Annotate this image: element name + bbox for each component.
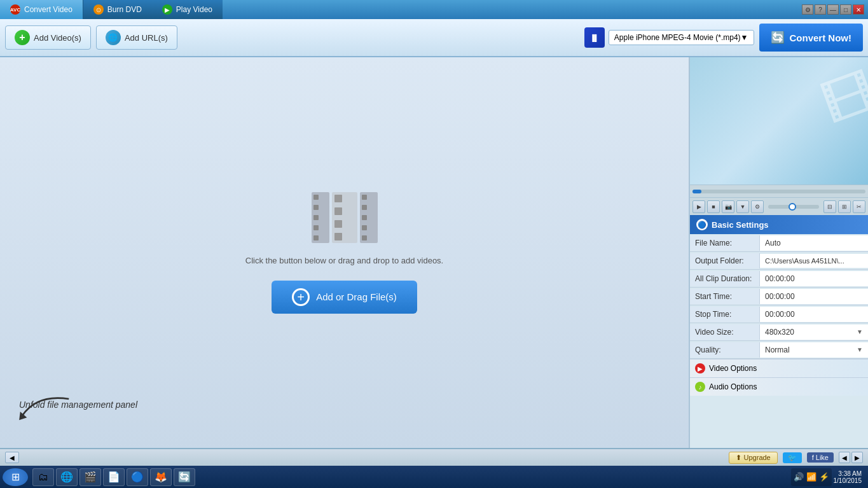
size-label: Video Size: <box>690 324 760 340</box>
add-drag-button[interactable]: + Add or Drag File(s) <box>272 281 417 314</box>
progress-fill <box>692 190 701 193</box>
taskbar: ⊞ 🗂 🌐 🎬 📄 🔵 🦊 🔄 🔊 📶 ⚡ 3:38 AM 1/10/2015 <box>0 466 868 488</box>
add-video-button[interactable]: + Add Video(s) <box>5 25 91 50</box>
main-area: Click the button below or drag and drop … <box>0 57 868 448</box>
film-hole <box>362 205 367 210</box>
nav-next[interactable]: ▶ <box>851 452 863 463</box>
duration-value: 00:00:00 <box>760 271 868 286</box>
taskbar-pdf[interactable]: 📄 <box>103 468 125 486</box>
facebook-icon: f <box>812 454 814 461</box>
format-dropdown-arrow: ▼ <box>741 33 748 42</box>
output-value[interactable]: C:\Users\Asus A451LN\... <box>760 254 868 268</box>
add-drag-label: Add or Drag File(s) <box>316 291 397 302</box>
video-drop-area[interactable]: Click the button below or drag and drop … <box>0 57 690 448</box>
settings-row-output: Output Folder: C:\Users\Asus A451LN\... <box>690 252 868 270</box>
taskbar-media[interactable]: 🎬 <box>79 468 101 486</box>
settings-header: 🔵 Basic Settings <box>690 215 868 234</box>
tab-play[interactable]: ▶ Play Video <box>152 0 223 19</box>
format-selector: ▐▌ Apple iPhone MPEG-4 Movie (*.mp4) ▼ <box>584 27 754 48</box>
add-video-icon: + <box>15 30 30 45</box>
film-hole <box>362 215 367 220</box>
play-tab-icon: ▶ <box>162 4 172 15</box>
taskbar-tray: 🔊 📶 ⚡ <box>791 468 832 486</box>
upgrade-icon: ⬆ <box>736 454 741 462</box>
media-controls: ▶ ■ 📷 ▼ ⚙ ⊟ ⊞ ✂ <box>690 197 868 215</box>
settings-row-size: Video Size: 480x320 ▼ <box>690 323 868 341</box>
audio-options-icon: ♪ <box>695 382 705 392</box>
clock-date: 1/10/2015 <box>834 477 862 484</box>
film-hole <box>362 225 367 230</box>
film-hole-mid <box>334 233 342 241</box>
zoom-in-button[interactable]: ⊞ <box>838 200 851 213</box>
stop-label: Stop Time: <box>690 307 760 322</box>
add-url-button[interactable]: 🌐 Add URL(s) <box>96 25 177 50</box>
taskbar-explorer[interactable]: 🗂 <box>32 468 54 486</box>
status-left-button[interactable]: ◀ <box>5 452 19 463</box>
duration-label: All Clip Duration: <box>690 271 760 286</box>
settings-row-stop: Stop Time: 00:00:00 <box>690 305 868 323</box>
settings-row-start: Start Time: 00:00:00 <box>690 288 868 305</box>
close-button[interactable]: ✕ <box>853 4 864 15</box>
filename-label: File Name: <box>690 235 760 251</box>
film-hole <box>313 215 319 220</box>
taskbar-app2[interactable]: 🔄 <box>174 468 195 486</box>
taskbar-app1[interactable]: 🔵 <box>127 468 148 486</box>
volume-button[interactable]: ▼ <box>736 200 749 213</box>
plus-icon: + <box>292 288 310 306</box>
settings2-button[interactable]: ⚙ <box>751 200 764 213</box>
quality-label: Quality: <box>690 342 760 358</box>
add-url-icon: 🌐 <box>106 30 121 45</box>
size-dropdown[interactable]: 480x320 ▼ <box>760 324 868 340</box>
convert-icon: 🔄 <box>771 31 785 45</box>
stop-button[interactable]: ■ <box>707 200 720 213</box>
taskbar-clock[interactable]: 3:38 AM 1/10/2015 <box>834 470 866 484</box>
tab-burn[interactable]: ⊙ Burn DVD <box>83 0 152 19</box>
convert-button[interactable]: 🔄 Convert Now! <box>759 24 864 52</box>
crop-button[interactable]: ✂ <box>853 200 865 213</box>
film-hole-mid <box>334 207 342 215</box>
upgrade-button[interactable]: ⬆ Upgrade <box>729 452 778 464</box>
preview-area: 🎞 <box>690 57 868 185</box>
help-icon[interactable]: ? <box>815 4 826 15</box>
settings-header-label: Basic Settings <box>712 220 769 230</box>
facebook-button[interactable]: f Like <box>807 452 834 463</box>
start-button[interactable]: ⊞ <box>3 468 28 486</box>
twitter-button[interactable]: 🐦 <box>783 452 802 463</box>
tab-convert-label: Convert Video <box>24 5 72 14</box>
taskbar-firefox[interactable]: 🦊 <box>150 468 172 486</box>
quality-dropdown[interactable]: Normal ▼ <box>760 342 868 358</box>
video-options-header[interactable]: ▶ Video Options <box>690 359 868 377</box>
film-decoration: 🎞 <box>815 63 868 136</box>
nav-prev[interactable]: ◀ <box>839 452 850 463</box>
audio-options-header[interactable]: ♪ Audio Options <box>690 377 868 396</box>
tray-icon-1[interactable]: 🔊 <box>794 472 804 482</box>
film-icon <box>312 192 378 243</box>
minimize-button[interactable]: — <box>827 4 839 15</box>
add-video-label: Add Video(s) <box>34 33 81 43</box>
tab-convert[interactable]: AVC Convert Video <box>0 0 83 19</box>
start-label: Start Time: <box>690 289 760 304</box>
facebook-label: Like <box>816 454 829 461</box>
play-button[interactable]: ▶ <box>692 200 705 213</box>
tray-icon-3[interactable]: ⚡ <box>819 472 829 482</box>
status-bar: ◀ ⬆ Upgrade 🐦 f Like ◀ ▶ <box>0 448 868 466</box>
format-dropdown[interactable]: Apple iPhone MPEG-4 Movie (*.mp4) ▼ <box>609 30 754 45</box>
right-panel: 🎞 ▶ ■ 📷 ▼ ⚙ ⊟ ⊞ ✂ 🔵 Basic Settin <box>690 57 868 448</box>
volume-slider[interactable] <box>768 205 819 209</box>
film-hole <box>362 195 367 200</box>
taskbar-browser[interactable]: 🌐 <box>56 468 78 486</box>
tray-icon-2[interactable]: 📶 <box>806 472 816 482</box>
nav-arrows: ◀ ▶ <box>839 452 863 463</box>
film-hole <box>313 205 319 210</box>
maximize-button[interactable]: □ <box>840 4 851 15</box>
screenshot-button[interactable]: 📷 <box>722 200 734 213</box>
settings-icon[interactable]: ⚙ <box>802 4 813 15</box>
output-label: Output Folder: <box>690 253 760 268</box>
film-hole <box>362 235 367 241</box>
burn-icon: ⊙ <box>93 4 104 15</box>
tab-burn-label: Burn DVD <box>107 5 142 14</box>
size-dropdown-inner: 480x320 ▼ <box>765 328 863 337</box>
video-options-icon: ▶ <box>695 363 705 373</box>
zoom-out-button[interactable]: ⊟ <box>823 200 836 213</box>
progress-track <box>692 190 865 193</box>
